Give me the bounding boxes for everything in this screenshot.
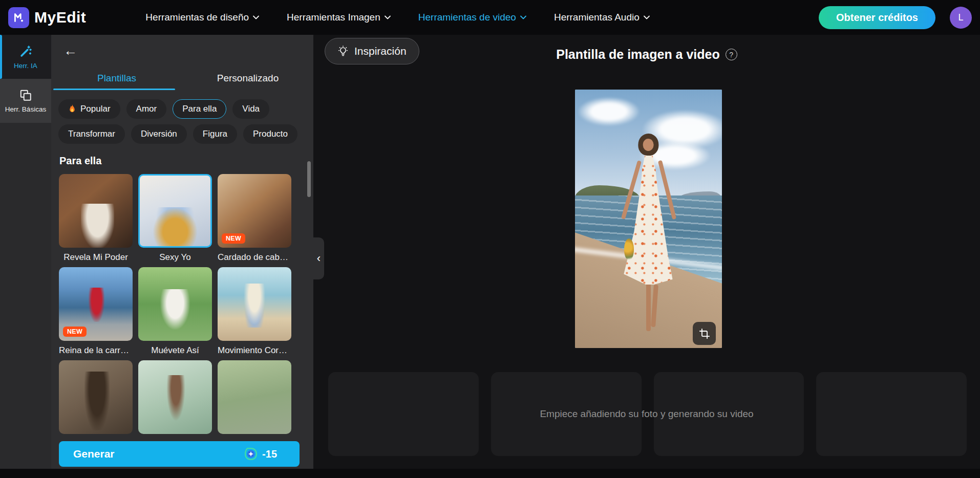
filter-chip-para-ella[interactable]: Para ella (173, 99, 226, 119)
chip-label: Vida (242, 104, 260, 114)
chip-label: Popular (80, 104, 111, 114)
filter-chip-diversion[interactable]: Diversión (131, 124, 187, 144)
template-card[interactable] (138, 360, 212, 434)
layers-icon (19, 89, 32, 102)
template-thumbnail (138, 174, 212, 248)
filter-chip-popular[interactable]: Popular (58, 99, 120, 119)
video-slot-placeholder (654, 372, 804, 456)
brand-name: MyEdit (34, 9, 86, 26)
template-thumbnail (218, 360, 291, 434)
flower-bouquet (624, 238, 634, 260)
new-badge: NEW (63, 327, 87, 337)
preview-cloud (578, 97, 640, 126)
template-thumbnail (138, 360, 212, 434)
filter-chip-vida[interactable]: Vida (232, 99, 269, 119)
template-thumbnail (138, 267, 212, 341)
chevron-down-icon (253, 15, 259, 19)
main-canvas: Inspiración Plantilla de imagen a video … (313, 35, 980, 478)
credit-icon (244, 447, 258, 461)
chip-label: Para ella (182, 104, 217, 114)
chevron-down-icon (644, 15, 650, 19)
crop-button[interactable] (693, 322, 716, 345)
template-grid: Revela Mi Poder Sexy Yo NEW Cardado de c… (59, 174, 293, 434)
template-name: Reina de la carrera (59, 341, 133, 360)
panel-tabs: Plantillas Personalizado (51, 67, 313, 90)
template-card[interactable] (218, 360, 291, 434)
credit-cost-value: -15 (262, 448, 277, 460)
template-card[interactable]: Muévete Así (138, 267, 212, 360)
main-menu: Herramientas de diseño Herramientas Imag… (145, 12, 649, 23)
rail-item-basic-tools[interactable]: Herr. Básicas (0, 79, 51, 123)
template-name: Sexy Yo (138, 248, 212, 267)
help-icon[interactable]: ? (726, 49, 737, 60)
crop-icon (699, 328, 710, 339)
rail-item-ai-tools[interactable]: Herr. IA (0, 35, 51, 79)
template-thumbnail (59, 174, 133, 248)
navbar-right: Obtener créditos L (819, 6, 972, 29)
tab-personalizado[interactable]: Personalizado (182, 67, 313, 90)
menu-item-design-tools[interactable]: Herramientas de diseño (145, 12, 259, 23)
back-button[interactable]: ← (63, 44, 77, 58)
brand[interactable]: MyEdit (8, 7, 86, 28)
template-card[interactable]: Movimiento Corp… (218, 267, 291, 360)
uploaded-photo-preview[interactable] (575, 90, 722, 348)
menu-item-label: Herramientas Imagen (287, 12, 380, 23)
generate-button[interactable]: Generar -15 (59, 441, 300, 467)
template-card[interactable] (59, 360, 133, 434)
video-slot-placeholder (816, 372, 967, 456)
menu-item-video-tools[interactable]: Herramientas de video (418, 12, 526, 23)
myedit-logo-icon (8, 7, 29, 28)
template-thumbnail (59, 360, 133, 434)
template-name: Revela Mi Poder (59, 248, 133, 267)
filter-chip-producto[interactable]: Producto (243, 124, 297, 144)
menu-item-label: Herramientas de diseño (145, 12, 249, 23)
title-row: Plantilla de imagen a video ? (313, 47, 980, 62)
fire-icon (68, 104, 76, 114)
tool-rail: Herr. IA Herr. Básicas (0, 35, 51, 478)
video-slot-placeholder (328, 372, 479, 456)
page-title: Plantilla de imagen a video (556, 47, 720, 62)
template-name: Muévete Así (138, 341, 212, 360)
get-credits-button[interactable]: Obtener créditos (819, 6, 935, 29)
chip-label: Transformar (68, 129, 115, 139)
filter-chip-amor[interactable]: Amor (126, 99, 167, 119)
filter-chips: Popular Amor Para ella Vida Transformar … (58, 99, 304, 144)
active-indicator (0, 35, 2, 79)
video-slots (328, 372, 967, 456)
template-thumbnail: NEW (59, 267, 133, 341)
video-slot-placeholder (491, 372, 642, 456)
template-thumbnail (218, 267, 291, 341)
panel-scrollbar[interactable] (307, 161, 311, 197)
filter-chip-transformar[interactable]: Transformar (58, 124, 125, 144)
rail-item-label: Herr. IA (14, 62, 37, 70)
chevron-down-icon (385, 15, 391, 19)
rail-item-label: Herr. Básicas (5, 105, 46, 113)
menu-item-label: Herramientas Audio (554, 12, 640, 23)
generate-label: Generar (73, 448, 115, 460)
chip-label: Producto (253, 129, 288, 139)
chip-label: Diversión (141, 129, 177, 139)
menu-item-label: Herramientas de video (418, 12, 516, 23)
menu-item-image-tools[interactable]: Herramientas Imagen (287, 12, 391, 23)
myedit-app: MyEdit Herramientas de diseño Herramient… (0, 0, 980, 478)
floral-dress (623, 151, 674, 285)
templates-panel: ← Plantillas Personalizado Popular Amor … (51, 35, 313, 478)
template-card-selected[interactable]: Sexy Yo (138, 174, 212, 267)
template-card[interactable]: NEW Reina de la carrera (59, 267, 133, 360)
new-badge: NEW (222, 233, 245, 244)
preview-woman-figure (621, 134, 676, 335)
filter-chip-figura[interactable]: Figura (193, 124, 237, 144)
template-thumbnail: NEW (218, 174, 291, 248)
template-card[interactable]: Revela Mi Poder (59, 174, 133, 267)
section-title: Para ella (59, 155, 313, 167)
menu-item-audio-tools[interactable]: Herramientas Audio (554, 12, 650, 23)
chevron-down-icon (520, 15, 526, 19)
template-card[interactable]: NEW Cardado de cabe… (218, 174, 291, 267)
template-name: Movimiento Corp… (218, 341, 291, 360)
chip-label: Figura (203, 129, 227, 139)
tab-plantillas[interactable]: Plantillas (51, 67, 182, 90)
avatar[interactable]: L (950, 7, 972, 29)
credit-cost: -15 (244, 447, 277, 461)
collapse-panel-button[interactable]: ‹ (313, 237, 324, 279)
bottom-scrollbar-track[interactable] (0, 469, 980, 478)
